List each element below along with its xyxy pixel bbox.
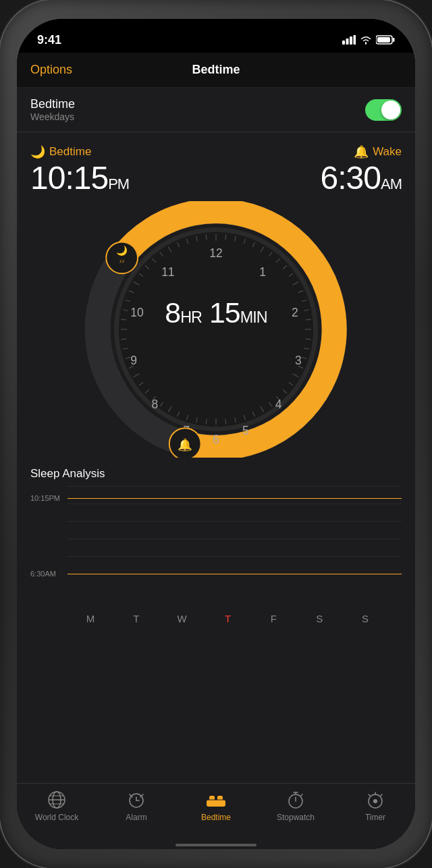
wake-time-block[interactable]: 🔔 Wake 6:30AM	[321, 144, 402, 194]
svg-text:1: 1	[259, 265, 266, 279]
alarm-icon	[127, 790, 146, 809]
wake-chart-label: 6:30AM	[30, 570, 56, 578]
bedtime-chart-label: 10:15PM	[30, 494, 60, 502]
sleep-clock[interactable]: 12 1 2 3 4 5 6 7 8 9 10 11	[17, 201, 415, 458]
wake-line	[68, 574, 402, 574]
moon-icon: 🌙	[30, 144, 45, 159]
screen-content: 9:41	[17, 19, 415, 849]
bedtime-period: PM	[108, 175, 129, 192]
svg-text:10: 10	[130, 306, 144, 319]
svg-text:12: 12	[209, 246, 222, 260]
wake-time: 6:30	[321, 160, 381, 196]
sleep-chart: 10:15PM 6:30AM	[30, 486, 402, 607]
time-display: 🌙 Bedtime 10:15PM 🔔 Wake 6:3	[17, 132, 415, 194]
svg-text:6: 6	[213, 433, 219, 446]
svg-rect-3	[354, 35, 356, 45]
svg-point-10	[119, 232, 313, 427]
svg-rect-0	[342, 40, 345, 45]
timer-icon	[366, 790, 385, 809]
tab-alarm-label: Alarm	[126, 813, 146, 822]
svg-rect-1	[346, 38, 349, 45]
svg-rect-98	[209, 796, 215, 801]
wake-time-value: 6:30AM	[321, 162, 402, 194]
tab-world-clock-label: World Clock	[35, 813, 78, 822]
bedtime-toggle-sublabel: Weekdays	[30, 111, 75, 122]
tab-stopwatch[interactable]: Stopwatch	[256, 790, 335, 822]
svg-text:9: 9	[130, 354, 137, 367]
tab-timer-label: Timer	[365, 813, 385, 822]
svg-text:8: 8	[152, 398, 159, 411]
svg-line-105	[301, 794, 302, 796]
chart-grid	[68, 486, 402, 587]
stopwatch-icon	[286, 790, 305, 809]
bell-icon: 🔔	[354, 144, 369, 159]
bedtime-toggle-label: Bedtime	[30, 97, 75, 111]
home-indicator-area	[17, 844, 415, 849]
tab-timer[interactable]: Timer	[335, 790, 415, 822]
page-title: Bedtime	[192, 63, 240, 77]
svg-text:4: 4	[275, 398, 282, 411]
nav-header: Options Bedtime	[17, 53, 415, 88]
signal-icon	[342, 35, 356, 45]
day-s1: S	[296, 613, 342, 624]
bedtime-label: Bedtime	[49, 145, 91, 159]
status-icons	[342, 35, 395, 45]
home-indicator	[176, 844, 256, 846]
day-t-today: T	[205, 613, 251, 624]
tab-stopwatch-label: Stopwatch	[277, 813, 315, 822]
svg-line-109	[381, 794, 382, 796]
options-button[interactable]: Options	[30, 63, 72, 77]
spacer	[17, 634, 415, 783]
wake-period: AM	[381, 175, 402, 192]
day-w: W	[159, 613, 205, 624]
svg-rect-2	[350, 36, 352, 45]
svg-rect-6	[377, 37, 390, 43]
svg-point-107	[373, 799, 377, 803]
bedtime-line	[68, 498, 402, 499]
world-clock-icon	[47, 790, 66, 809]
phone-screen: 9:41	[17, 19, 415, 849]
tab-bedtime-label: Bedtime	[201, 813, 231, 822]
svg-text:2: 2	[292, 306, 298, 319]
svg-rect-5	[393, 38, 395, 42]
wake-time-label: 🔔 Wake	[354, 144, 402, 159]
svg-text:11: 11	[161, 265, 174, 279]
svg-text:🔔: 🔔	[178, 437, 192, 452]
battery-icon	[376, 35, 395, 45]
bedtime-label-group: Bedtime Weekdays	[30, 97, 75, 122]
day-f: F	[250, 613, 296, 624]
status-bar: 9:41	[17, 19, 415, 53]
sleep-analysis: Sleep Analysis	[17, 458, 415, 634]
status-time: 9:41	[37, 33, 61, 47]
bedtime-time-block[interactable]: 🌙 Bedtime 10:15PM	[30, 144, 129, 194]
sleep-analysis-title: Sleep Analysis	[30, 467, 402, 481]
clock-svg: 12 1 2 3 4 5 6 7 8 9 10 11	[17, 201, 415, 458]
svg-rect-99	[217, 796, 223, 801]
bedtime-toggle-row: Bedtime Weekdays	[17, 88, 415, 132]
svg-text:ᶻᶻ: ᶻᶻ	[119, 259, 125, 266]
bedtime-icon	[205, 790, 227, 809]
bedtime-time-value: 10:15PM	[30, 162, 129, 194]
phone-frame: 9:41	[0, 0, 432, 868]
day-t1: T	[113, 613, 159, 624]
bedtime-time: 10:15	[30, 160, 108, 196]
day-s2: S	[342, 613, 388, 624]
tab-bar: World Clock Alarm	[17, 783, 415, 844]
wake-label: Wake	[373, 145, 402, 159]
svg-rect-97	[207, 800, 225, 807]
svg-text:🌙: 🌙	[116, 245, 128, 256]
bedtime-time-label: 🌙 Bedtime	[30, 144, 91, 159]
tab-world-clock[interactable]: World Clock	[17, 790, 97, 822]
svg-text:3: 3	[295, 354, 302, 367]
bedtime-toggle[interactable]	[365, 99, 402, 121]
tab-bedtime[interactable]: Bedtime	[176, 790, 256, 822]
day-m: M	[68, 613, 113, 624]
svg-line-110	[369, 794, 370, 796]
main-content: Bedtime Weekdays 🌙 Bedtime	[17, 88, 415, 849]
svg-text:5: 5	[242, 424, 249, 437]
day-labels: M T W T F S S	[30, 607, 402, 627]
toggle-knob	[381, 101, 400, 119]
wifi-icon	[360, 35, 372, 45]
tab-alarm[interactable]: Alarm	[97, 790, 176, 822]
